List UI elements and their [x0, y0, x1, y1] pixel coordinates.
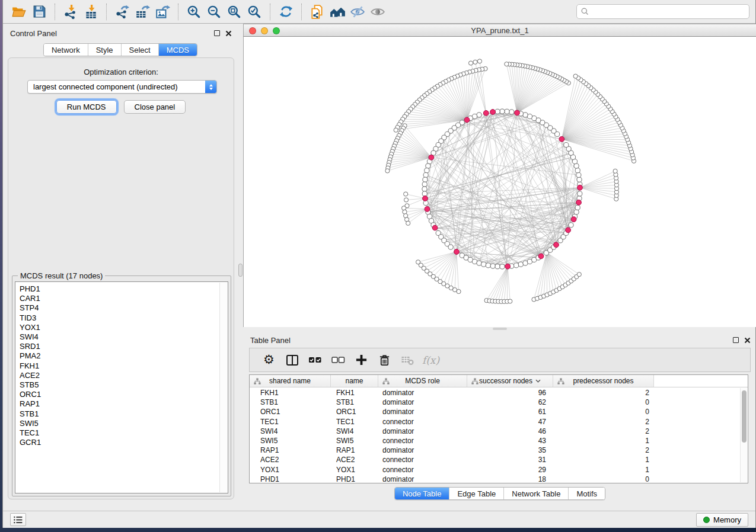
gene-node[interactable]	[472, 259, 477, 264]
gene-node[interactable]	[577, 177, 582, 182]
tab-node-table[interactable]: Node Table	[395, 488, 450, 499]
leaf-node[interactable]	[468, 61, 473, 65]
leaf-node[interactable]	[402, 206, 406, 210]
mcds-result-list[interactable]: PHD1CAR1STP4TID3YOX1SWI4SRD1PMA2FKH1ACE2…	[15, 281, 228, 493]
gene-node[interactable]	[523, 261, 528, 265]
mcds-result-item[interactable]: GCR1	[20, 438, 228, 447]
table-row[interactable]: TEC1TEC1connector472	[250, 417, 739, 427]
open-file-button[interactable]	[9, 2, 29, 22]
mcds-node[interactable]	[454, 249, 460, 255]
import-network-button[interactable]	[60, 2, 81, 22]
table-row[interactable]: RAP1RAP1dominator352	[250, 446, 739, 455]
splitter-grip[interactable]	[238, 264, 243, 277]
minimize-window-icon[interactable]	[261, 27, 268, 34]
table-cell[interactable]: 0	[553, 408, 654, 416]
table-cell[interactable]: ACE2	[331, 456, 378, 464]
search-input[interactable]	[592, 7, 745, 16]
table-cell[interactable]: RAP1	[250, 446, 331, 454]
network-graph[interactable]	[244, 37, 756, 327]
table-cell[interactable]: TEC1	[331, 418, 378, 426]
float-panel-icon[interactable]	[733, 337, 739, 343]
show-columns-button[interactable]	[280, 351, 304, 369]
mcds-node[interactable]	[464, 117, 470, 123]
new-network-from-selection-button[interactable]	[307, 2, 327, 22]
table-cell[interactable]: dominator	[378, 475, 467, 482]
leaf-node[interactable]	[613, 169, 617, 173]
gene-node[interactable]	[481, 262, 486, 267]
table-row[interactable]: ORC1ORC1dominator610	[250, 407, 739, 416]
leaf-node[interactable]	[385, 169, 390, 173]
mcds-node[interactable]	[490, 110, 496, 115]
mcds-result-item[interactable]: TID3	[20, 313, 228, 323]
mcds-result-item[interactable]: ORC1	[20, 390, 228, 399]
tab-select[interactable]: Select	[122, 44, 159, 56]
network-titlebar[interactable]: YPA_prune.txt_1	[243, 24, 756, 37]
gene-node[interactable]	[495, 264, 500, 269]
table-cell[interactable]: SWI5	[250, 437, 331, 445]
mcds-result-item[interactable]: ACE2	[20, 371, 228, 380]
table-cell[interactable]: SWI5	[331, 437, 378, 445]
table-cell[interactable]: STB1	[250, 398, 331, 406]
gene-node[interactable]	[505, 109, 509, 114]
gene-node[interactable]	[500, 109, 505, 114]
gene-node[interactable]	[422, 182, 427, 187]
search-field[interactable]	[576, 4, 749, 19]
task-history-button[interactable]	[10, 513, 26, 526]
gene-node[interactable]	[448, 245, 453, 249]
apply-layout-button[interactable]	[276, 2, 296, 22]
run-mcds-button[interactable]: Run MCDS	[56, 100, 117, 114]
leaf-node[interactable]	[394, 128, 398, 132]
gene-node[interactable]	[575, 168, 580, 173]
clear-column-selection-button[interactable]	[327, 351, 350, 369]
mcds-node[interactable]	[576, 200, 582, 205]
save-session-button[interactable]	[29, 2, 49, 22]
mcds-result-item[interactable]: PHD1	[20, 284, 228, 294]
delete-column-button[interactable]	[373, 351, 396, 369]
zoom-in-button[interactable]	[184, 2, 204, 22]
mcds-node[interactable]	[578, 185, 583, 190]
table-cell[interactable]: 2	[553, 427, 654, 435]
gene-node[interactable]	[514, 263, 519, 268]
column-header-shared-name[interactable]: shared name	[250, 375, 331, 387]
table-row[interactable]: PHD1PHD1dominator180	[250, 475, 739, 482]
table-cell[interactable]: 2	[553, 446, 654, 454]
export-network-button[interactable]	[112, 2, 132, 22]
table-cell[interactable]: connector	[378, 437, 467, 445]
float-panel-icon[interactable]	[214, 30, 220, 36]
gene-node[interactable]	[569, 223, 573, 227]
mcds-node[interactable]	[571, 217, 576, 222]
criterion-dropdown[interactable]: largest connected component (undirected)	[27, 80, 217, 94]
mcds-node[interactable]	[505, 264, 511, 269]
zoom-selected-button[interactable]	[244, 2, 264, 22]
table-cell[interactable]: 1	[553, 437, 654, 445]
table-cell[interactable]: 31	[467, 456, 553, 464]
gene-node[interactable]	[426, 164, 430, 168]
table-cell[interactable]: YOX1	[331, 466, 378, 474]
import-table-button[interactable]	[81, 2, 101, 22]
table-cell[interactable]: 43	[467, 437, 553, 445]
table-cell[interactable]: RAP1	[331, 446, 378, 454]
gene-node[interactable]	[422, 191, 427, 196]
mcds-result-item[interactable]: STP4	[20, 303, 228, 313]
maximize-window-icon[interactable]	[273, 27, 280, 34]
gene-node[interactable]	[423, 172, 428, 177]
gene-node[interactable]	[423, 201, 428, 206]
export-image-button[interactable]	[152, 2, 173, 22]
gene-node[interactable]	[490, 264, 495, 268]
tab-network-table[interactable]: Network Table	[504, 488, 569, 499]
tab-mcds[interactable]: MCDS	[159, 44, 197, 56]
table-row[interactable]: FKH1FKH1dominator962	[250, 388, 739, 398]
table-cell[interactable]: 47	[467, 418, 553, 426]
gene-node[interactable]	[477, 261, 481, 265]
table-cell[interactable]: dominator	[378, 446, 467, 454]
table-row[interactable]: ACE2ACE2connector311	[250, 455, 739, 464]
table-cell[interactable]: 1	[553, 466, 654, 474]
gene-node[interactable]	[523, 113, 528, 117]
mcds-result-item[interactable]: SRD1	[20, 342, 228, 351]
table-cell[interactable]: PHD1	[331, 475, 378, 482]
mcds-node[interactable]	[566, 227, 571, 233]
gene-node[interactable]	[425, 168, 429, 173]
show-all-button[interactable]	[368, 2, 388, 22]
table-row[interactable]: STB1STB1dominator620	[250, 398, 739, 407]
close-panel-icon[interactable]	[744, 337, 751, 344]
